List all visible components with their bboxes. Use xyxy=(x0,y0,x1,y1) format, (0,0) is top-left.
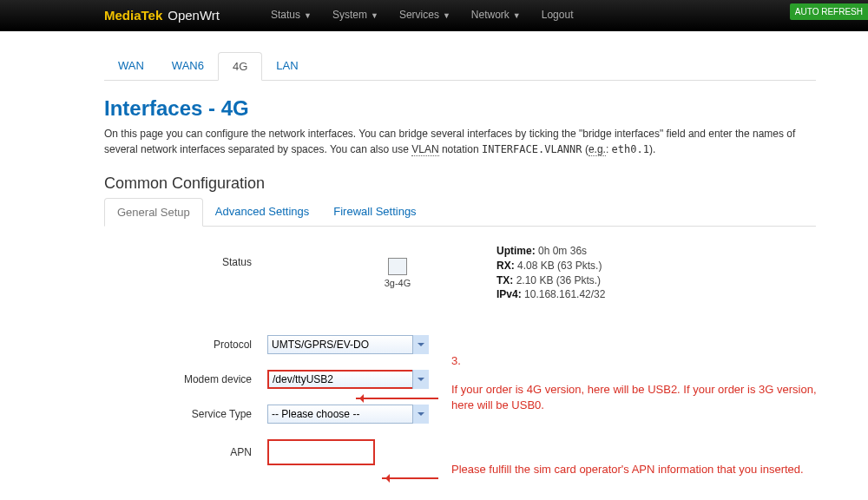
page-description: On this page you can configure the netwo… xyxy=(104,126,816,157)
nav-network[interactable]: Network▼ xyxy=(461,0,531,30)
apn-label: APN xyxy=(104,446,267,458)
annotation-step-number: 3. xyxy=(451,353,461,369)
status-stats: Uptime: 0h 0m 36s RX: 4.08 KB (63 Pkts.)… xyxy=(496,244,605,302)
annotation-apn: Please fulfill the sim card operator's A… xyxy=(451,462,833,477)
interface-name: 3g-4G xyxy=(385,278,411,288)
protocol-select[interactable]: UMTS/GPRS/EV-DO xyxy=(267,335,429,354)
subtab-advanced[interactable]: Advanced Settings xyxy=(203,198,321,226)
top-nav: MediaTek OpenWrt Status▼ System▼ Service… xyxy=(0,0,868,31)
chevron-down-icon: ▼ xyxy=(371,1,378,31)
auto-refresh-badge[interactable]: AUTO REFRESH xyxy=(790,3,868,20)
nav-system[interactable]: System▼ xyxy=(322,0,389,30)
nav-services[interactable]: Services▼ xyxy=(389,0,461,30)
modem-device-select[interactable]: /dev/ttyUSB2 xyxy=(267,370,429,389)
chevron-down-icon: ▼ xyxy=(443,1,450,31)
tab-wan[interactable]: WAN xyxy=(104,52,158,80)
annotation-usb: If your order is 4G version, here will b… xyxy=(451,382,833,412)
chevron-down-icon: ▼ xyxy=(304,1,312,31)
protocol-label: Protocol xyxy=(104,339,267,351)
section-title: Common Configuration xyxy=(104,174,816,193)
apn-input-highlight xyxy=(267,439,375,465)
service-type-select[interactable]: -- Please choose -- xyxy=(267,405,429,424)
nav-status[interactable]: Status▼ xyxy=(260,0,322,30)
brand-mediatek: MediaTek xyxy=(104,8,162,23)
tab-4g[interactable]: 4G xyxy=(218,52,262,81)
apn-input[interactable] xyxy=(269,441,370,460)
tab-wan6[interactable]: WAN6 xyxy=(158,52,218,80)
config-subtabs: General Setup Advanced Settings Firewall… xyxy=(104,198,816,227)
network-card-icon xyxy=(388,258,407,275)
brand: MediaTek OpenWrt xyxy=(104,0,220,30)
subtab-firewall[interactable]: Firewall Settings xyxy=(321,198,428,226)
interface-tabs: WAN WAN6 4G LAN xyxy=(104,52,816,81)
chevron-down-icon: ▼ xyxy=(513,1,521,31)
interface-icon: 3g-4G xyxy=(380,258,415,288)
subtab-general[interactable]: General Setup xyxy=(104,198,203,227)
nav-logout[interactable]: Logout xyxy=(531,0,584,30)
page-title: Interfaces - 4G xyxy=(104,96,816,121)
status-label: Status xyxy=(104,244,267,268)
tab-lan[interactable]: LAN xyxy=(262,52,312,80)
modem-label: Modem device xyxy=(104,373,267,385)
annotation-arrow-icon xyxy=(382,477,438,479)
brand-openwrt: OpenWrt xyxy=(168,8,220,23)
annotation-arrow-icon xyxy=(356,398,438,399)
service-label: Service Type xyxy=(104,408,267,420)
